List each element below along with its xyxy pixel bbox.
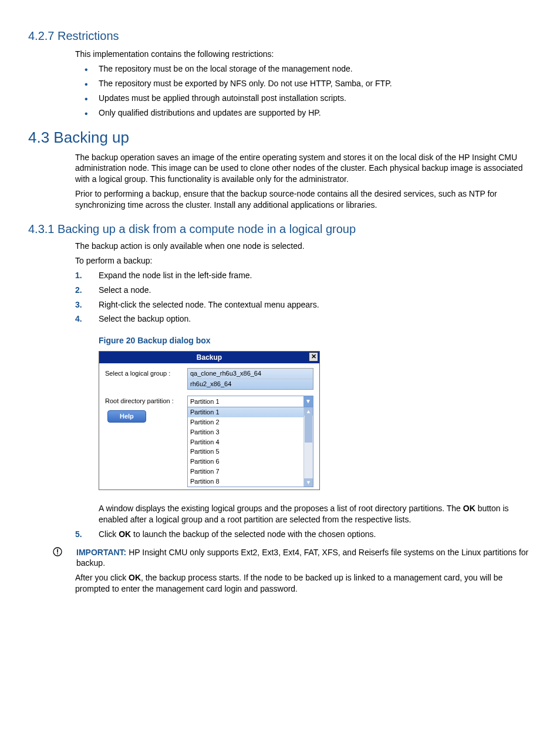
heading-4-3: 4.3 Backing up (28, 127, 532, 148)
partition-option[interactable]: Partition 2 (188, 417, 313, 427)
partition-option[interactable]: Partition 8 (188, 477, 313, 487)
partition-option[interactable]: Partition 6 (188, 457, 313, 467)
svg-rect-1 (57, 549, 58, 552)
partition-option[interactable]: Partition 4 (188, 437, 313, 447)
chevron-down-icon[interactable]: ▼ (303, 396, 313, 407)
scroll-down-icon[interactable]: ▼ (304, 478, 313, 487)
restriction-item: Updates must be applied through autoinst… (99, 93, 532, 104)
important-icon (52, 547, 63, 569)
partition-option[interactable]: Partition 7 (188, 467, 313, 477)
root-partition-combo[interactable]: Partition 1 ▼ (187, 396, 313, 407)
important-note: IMPORTANT: HP Insight CMU only supports … (52, 547, 532, 569)
combo-value: Partition 1 (188, 397, 303, 406)
backup-steps: Expand the node list in the left-side fr… (75, 270, 532, 325)
backup-action-note: The backup action is only available when… (75, 241, 532, 252)
dialog-title-text: Backup (197, 353, 222, 362)
important-label: IMPORTANT: (76, 548, 126, 557)
figure-20-caption: Figure 20 Backup dialog box (99, 335, 532, 346)
svg-rect-2 (57, 553, 58, 554)
figure-explain: A window displays the existing logical g… (99, 503, 532, 525)
restriction-item: Only qualified distributions and updates… (99, 107, 532, 119)
logical-group-label: Select a logical group : (105, 368, 187, 390)
restrictions-intro: This implementation contains the followi… (75, 49, 532, 60)
restriction-item: The repository must be exported by NFS o… (99, 78, 532, 89)
group-option[interactable]: rh6u2_x86_64 (188, 379, 313, 389)
step-2: Select a node. (75, 285, 532, 296)
backup-steps-intro: To perform a backup: (75, 255, 532, 266)
heading-4-2-7: 4.2.7 Restrictions (28, 28, 532, 44)
scrollbar[interactable]: ▲ ▼ (303, 407, 313, 487)
close-icon[interactable]: ✕ (309, 352, 318, 362)
partition-option[interactable]: Partition 3 (188, 427, 313, 437)
root-partition-label: Root directory partition : (105, 397, 187, 406)
dialog-titlebar: Backup ✕ (99, 352, 319, 363)
step-1: Expand the node list in the left-side fr… (75, 270, 532, 281)
partition-listbox[interactable]: Partition 1 Partition 2 Partition 3 Part… (187, 407, 313, 487)
important-body: HP Insight CMU only supports Ext2, Ext3,… (76, 548, 528, 568)
scroll-up-icon[interactable]: ▲ (304, 407, 313, 416)
partition-option[interactable]: Partition 1 (188, 407, 313, 417)
step-5: Click OK to launch the backup of the sel… (75, 529, 532, 540)
step-4: Select the backup option. (75, 313, 532, 325)
help-button[interactable]: Help (107, 410, 146, 423)
backup-para-1: The backup operation saves an image of t… (75, 152, 532, 185)
heading-4-3-1: 4.3.1 Backing up a disk from a compute n… (28, 221, 532, 237)
step-3: Right-click the selected node. The conte… (75, 299, 532, 310)
backup-steps-cont: Click OK to launch the backup of the sel… (75, 529, 532, 540)
backup-dialog: Backup ✕ Select a logical group : qa_clo… (99, 351, 320, 490)
after-important: After you click OK, the backup process s… (75, 572, 532, 595)
group-option[interactable]: qa_clone_rh6u3_x86_64 (188, 369, 313, 379)
restrictions-list: The repository must be on the local stor… (75, 63, 532, 119)
scroll-thumb[interactable] (305, 416, 312, 443)
logical-group-list[interactable]: qa_clone_rh6u3_x86_64 rh6u2_x86_64 (187, 368, 313, 390)
partition-option[interactable]: Partition 5 (188, 447, 313, 457)
restriction-item: The repository must be on the local stor… (99, 63, 532, 75)
backup-para-2: Prior to performing a backup, ensure tha… (75, 188, 532, 211)
